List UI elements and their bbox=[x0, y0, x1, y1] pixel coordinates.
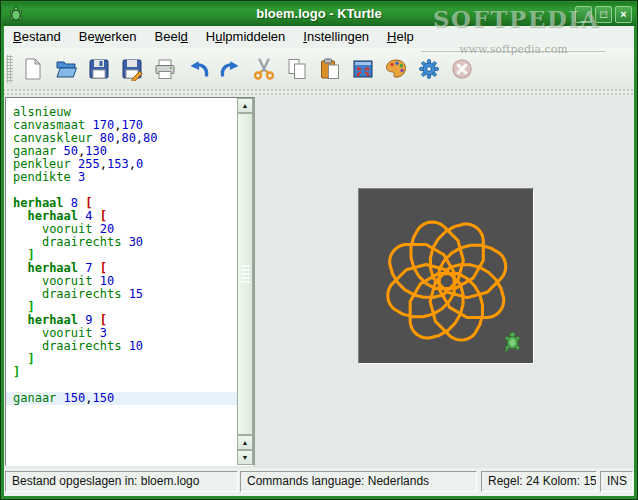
scroll-down-button[interactable]: ▼ bbox=[237, 450, 253, 465]
menu-beeld[interactable]: Beeld bbox=[146, 26, 197, 48]
menu-instellingen[interactable]: Instellingen bbox=[294, 26, 378, 48]
paste-button[interactable] bbox=[314, 53, 345, 84]
save-button[interactable] bbox=[83, 53, 114, 84]
scrollbar-thumb[interactable] bbox=[237, 113, 253, 435]
canvas-pane bbox=[257, 96, 634, 468]
maximize-button[interactable]: □ bbox=[595, 6, 612, 23]
status-language: Commands language: Nederlands bbox=[240, 471, 477, 492]
toolbar bbox=[4, 48, 634, 89]
new-icon bbox=[21, 57, 45, 81]
cut-button[interactable] bbox=[248, 53, 279, 84]
open-icon bbox=[54, 57, 78, 81]
window-title: bloem.logo - KTurtle bbox=[2, 6, 636, 21]
open-button[interactable] bbox=[50, 53, 81, 84]
scrollbar-grip bbox=[241, 264, 250, 284]
status-insert-mode: INS bbox=[600, 471, 633, 492]
main-area: alsnieuwcanvasmaat 170,170canvaskleur 80… bbox=[4, 96, 634, 468]
stop-icon bbox=[450, 57, 474, 81]
undo-button[interactable] bbox=[182, 53, 213, 84]
save-as-button[interactable] bbox=[116, 53, 147, 84]
minimize-button[interactable]: _ bbox=[575, 6, 592, 23]
fullscreen-icon bbox=[351, 57, 375, 81]
code-line[interactable]: ] bbox=[6, 353, 237, 366]
print-icon bbox=[153, 57, 177, 81]
execute-icon bbox=[417, 57, 441, 81]
code-line-current[interactable]: ganaar 150,150 bbox=[6, 392, 237, 405]
code-area[interactable]: alsnieuwcanvasmaat 170,170canvaskleur 80… bbox=[6, 98, 237, 465]
code-line[interactable]: draairechts 15 bbox=[6, 288, 237, 301]
toolbar-separator bbox=[4, 89, 634, 96]
code-line[interactable]: pendikte 3 bbox=[6, 171, 237, 184]
status-cursor-position: Regel: 24 Kolom: 15 bbox=[481, 471, 597, 492]
cut-icon bbox=[252, 57, 276, 81]
copy-button[interactable] bbox=[281, 53, 312, 84]
toolbar-grip[interactable] bbox=[6, 55, 13, 83]
status-file-message: Bestand opgeslagen in: bloem.logo bbox=[5, 471, 238, 492]
new-button[interactable] bbox=[17, 53, 48, 84]
fullscreen-button[interactable] bbox=[347, 53, 378, 84]
code-line[interactable]: ] bbox=[6, 366, 237, 379]
close-button[interactable]: × bbox=[615, 6, 632, 23]
menu-bestand[interactable]: Bestand bbox=[4, 26, 70, 48]
statusbar: Bestand opgeslagen in: bloem.logo Comman… bbox=[4, 468, 634, 496]
menubar: BestandBewerkenBeeldHulpmiddelenInstelli… bbox=[4, 26, 634, 48]
colors-button[interactable] bbox=[380, 53, 411, 84]
save-icon bbox=[87, 57, 111, 81]
turtle-canvas bbox=[359, 189, 533, 363]
redo-icon bbox=[219, 57, 243, 81]
menu-help[interactable]: Help bbox=[378, 26, 423, 48]
scroll-up-button[interactable]: ▲ bbox=[237, 98, 253, 113]
window-content: BestandBewerkenBeeldHulpmiddelenInstelli… bbox=[4, 26, 634, 496]
execute-button[interactable] bbox=[413, 53, 444, 84]
menu-hulpmiddelen[interactable]: Hulpmiddelen bbox=[197, 26, 295, 48]
save-as-icon bbox=[120, 57, 144, 81]
code-line[interactable]: draairechts 30 bbox=[6, 236, 237, 249]
titlebar[interactable]: bloem.logo - KTurtle _ □ × bbox=[2, 2, 636, 26]
editor-scrollbar[interactable]: ▲ ▲ ▼ bbox=[237, 98, 253, 465]
redo-button[interactable] bbox=[215, 53, 246, 84]
turtle-canvas-frame bbox=[358, 188, 534, 364]
scroll-up-button-bottom[interactable]: ▲ bbox=[237, 435, 253, 450]
stop-button[interactable] bbox=[446, 53, 477, 84]
print-button[interactable] bbox=[149, 53, 180, 84]
kturtle-window: bloem.logo - KTurtle _ □ × SOFTPEDIA™ ww… bbox=[0, 0, 638, 500]
code-line[interactable]: draairechts 10 bbox=[6, 340, 237, 353]
menu-bewerken[interactable]: Bewerken bbox=[70, 26, 146, 48]
copy-icon bbox=[285, 57, 309, 81]
code-editor[interactable]: alsnieuwcanvasmaat 170,170canvaskleur 80… bbox=[5, 97, 255, 466]
undo-icon bbox=[186, 57, 210, 81]
paste-icon bbox=[318, 57, 342, 81]
colors-icon bbox=[384, 57, 408, 81]
